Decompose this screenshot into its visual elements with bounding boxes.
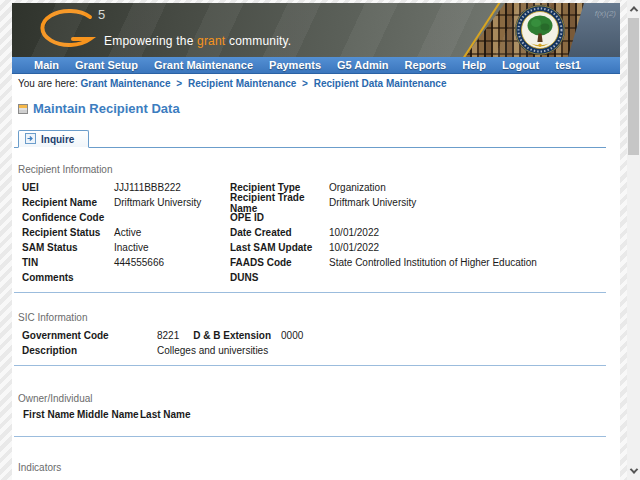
field-label: Recipient Trade Name bbox=[230, 192, 329, 214]
section-title-sic-information: SIC Information bbox=[18, 312, 620, 323]
nav-item-grant-maintenance[interactable]: Grant Maintenance bbox=[146, 57, 261, 73]
field-value: Organization bbox=[329, 182, 620, 193]
field-label: Recipient Status bbox=[22, 227, 114, 238]
section-divider bbox=[14, 292, 606, 293]
gov-code-value: 8221 bbox=[157, 330, 179, 341]
field-label: Recipient Name bbox=[22, 197, 114, 208]
indicators-section: Indicators 8A Direct Loan bbox=[12, 462, 620, 480]
g5-logo-five: 5 bbox=[98, 7, 105, 22]
tab-inquire[interactable]: Inquire bbox=[18, 130, 89, 148]
chevron-down-icon bbox=[629, 465, 637, 473]
field-value: State Controlled Institution of Higher E… bbox=[329, 257, 620, 268]
field-value: 10/01/2022 bbox=[329, 242, 620, 253]
scrollbar-thumb[interactable] bbox=[628, 18, 639, 155]
section-title-owner-individual: Owner/Individual bbox=[18, 393, 620, 404]
field-label: Date Created bbox=[230, 227, 329, 238]
main-nav-bar: Main Grant Setup Grant Maintenance Payme… bbox=[12, 57, 620, 74]
breadcrumb-separator: > bbox=[176, 78, 182, 89]
field-value: 444555666 bbox=[114, 257, 230, 268]
scroll-up-button[interactable] bbox=[627, 1, 640, 16]
tab-inquire-label: Inquire bbox=[41, 134, 74, 145]
nav-item-grant-setup[interactable]: Grant Setup bbox=[67, 57, 146, 73]
field-value: 10/01/2022 bbox=[329, 227, 620, 238]
breadcrumb-link-grant-maintenance[interactable]: Grant Maintenance bbox=[80, 78, 170, 89]
owner-section: Owner/Individual First Name Middle Name … bbox=[12, 393, 620, 437]
section-divider bbox=[14, 365, 606, 366]
field-label: Confidence Code bbox=[22, 212, 114, 223]
sic-grid: Government Code 8221D & B Extension0000 … bbox=[12, 328, 620, 358]
recipient-info-grid: UEI JJJ111BBB222 Recipient Type Organiza… bbox=[12, 180, 620, 285]
field-value: Driftmark University bbox=[114, 197, 230, 208]
field-value: JJJ111BBB222 bbox=[114, 182, 230, 193]
section-title-indicators: Indicators bbox=[18, 462, 620, 473]
field-label: Last SAM Update bbox=[230, 242, 329, 253]
field-label: Description bbox=[22, 345, 157, 356]
tab-bar: Inquire bbox=[14, 129, 606, 148]
nav-item-username[interactable]: test1 bbox=[547, 57, 589, 73]
dnb-extension-label: D & B Extension bbox=[193, 330, 271, 341]
field-value: Active bbox=[114, 227, 230, 238]
field-label: Comments bbox=[22, 272, 114, 283]
chevron-up-icon bbox=[629, 6, 637, 14]
tagline: Empowering the grant community. bbox=[104, 34, 291, 48]
field-value: Inactive bbox=[114, 242, 230, 253]
sic-section: SIC Information Government Code 8221D & … bbox=[12, 312, 620, 366]
owner-table-header: First Name Middle Name Last Name bbox=[12, 409, 620, 420]
field-label: FAADS Code bbox=[230, 257, 329, 268]
breadcrumb-link-recipient-data-maintenance[interactable]: Recipient Data Maintenance bbox=[314, 78, 447, 89]
nav-item-logout[interactable]: Logout bbox=[494, 57, 547, 73]
nav-item-main[interactable]: Main bbox=[26, 57, 67, 73]
field-label: SAM Status bbox=[22, 242, 114, 253]
chalkboard-writing: f(x)(2) bbox=[595, 9, 616, 18]
column-header-first-name: First Name bbox=[23, 409, 77, 420]
section-title-recipient-information: Recipient Information bbox=[18, 164, 620, 175]
nav-item-g5-admin[interactable]: G5 Admin bbox=[329, 57, 397, 73]
column-header-last-name: Last Name bbox=[140, 409, 191, 420]
gold-diagonal-divider bbox=[463, 3, 504, 57]
field-label: OPE ID bbox=[230, 212, 329, 223]
page-title-row: Maintain Recipient Data bbox=[18, 101, 620, 116]
field-value: 8221D & B Extension0000 bbox=[157, 330, 620, 341]
breadcrumb-link-recipient-maintenance[interactable]: Recipient Maintenance bbox=[188, 78, 296, 89]
nav-item-help[interactable]: Help bbox=[454, 57, 494, 73]
scroll-down-button[interactable] bbox=[627, 463, 640, 478]
breadcrumb-prefix: You are here: bbox=[18, 78, 78, 89]
field-label: DUNS bbox=[230, 272, 329, 283]
nav-item-payments[interactable]: Payments bbox=[261, 57, 329, 73]
breadcrumb: You are here: Grant Maintenance > Recipi… bbox=[12, 74, 620, 91]
inquire-tab-icon bbox=[25, 133, 36, 146]
page-title: Maintain Recipient Data bbox=[33, 101, 180, 116]
field-label: UEI bbox=[22, 182, 114, 193]
document-icon bbox=[18, 104, 28, 114]
field-value: Colleges and universities bbox=[157, 345, 620, 356]
g5-logo-icon bbox=[32, 6, 98, 57]
field-label: TIN bbox=[22, 257, 114, 268]
breadcrumb-separator: > bbox=[302, 78, 308, 89]
section-divider bbox=[14, 436, 606, 437]
field-value: Driftmark University bbox=[329, 197, 620, 208]
vertical-scrollbar[interactable] bbox=[627, 0, 640, 480]
dept-of-education-seal-icon bbox=[514, 4, 566, 57]
dnb-extension-value: 0000 bbox=[281, 330, 303, 341]
tagline-grant-word: grant bbox=[197, 34, 225, 48]
field-label: Government Code bbox=[22, 330, 157, 341]
header-banner: 5 Empowering the grant community. f(x)(2… bbox=[12, 3, 620, 57]
content-area: Recipient Information UEI JJJ111BBB222 R… bbox=[12, 148, 620, 480]
page-container: 5 Empowering the grant community. f(x)(2… bbox=[12, 3, 620, 480]
column-header-middle-name: Middle Name bbox=[77, 409, 140, 420]
nav-item-reports[interactable]: Reports bbox=[397, 57, 455, 73]
